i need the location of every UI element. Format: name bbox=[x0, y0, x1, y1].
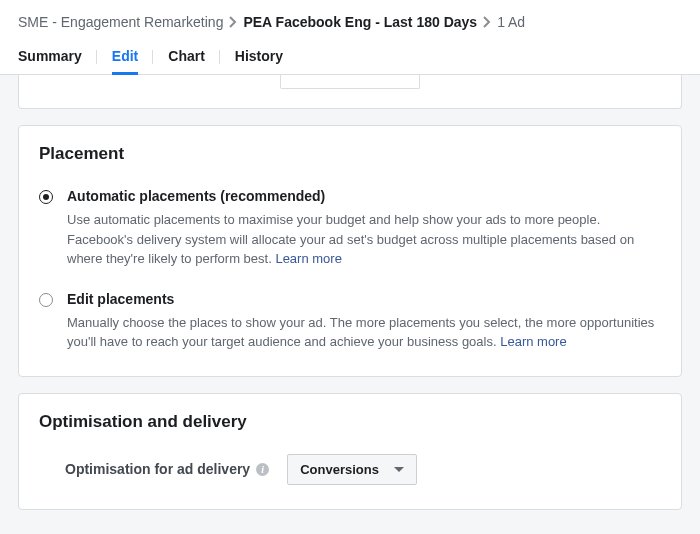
learn-more-link[interactable]: Learn more bbox=[275, 251, 341, 266]
chevron-right-icon bbox=[229, 16, 237, 28]
breadcrumb: SME - Engagement Remarketing PEA Faceboo… bbox=[18, 14, 682, 30]
optimisation-label: Optimisation for ad delivery i bbox=[65, 461, 269, 477]
placement-edit-title: Edit placements bbox=[67, 291, 661, 307]
placement-option-automatic[interactable]: Automatic placements (recommended) Use a… bbox=[39, 188, 661, 269]
previous-card-cutoff bbox=[18, 75, 682, 109]
info-icon[interactable]: i bbox=[256, 463, 269, 476]
tab-edit[interactable]: Edit bbox=[112, 40, 138, 74]
breadcrumb-tail[interactable]: 1 Ad bbox=[497, 14, 525, 30]
caret-down-icon bbox=[394, 467, 404, 472]
radio-edit[interactable] bbox=[39, 293, 53, 307]
placement-card: Placement Automatic placements (recommen… bbox=[18, 125, 682, 377]
tab-history[interactable]: History bbox=[235, 40, 283, 74]
optimisation-dropdown[interactable]: Conversions bbox=[287, 454, 417, 485]
breadcrumb-current[interactable]: PEA Facebook Eng - Last 180 Days bbox=[243, 14, 477, 30]
tab-summary[interactable]: Summary bbox=[18, 40, 82, 74]
optimisation-value: Conversions bbox=[300, 462, 379, 477]
optimisation-heading: Optimisation and delivery bbox=[39, 412, 661, 432]
learn-more-link[interactable]: Learn more bbox=[500, 334, 566, 349]
radio-automatic[interactable] bbox=[39, 190, 53, 204]
optimisation-delivery-card: Optimisation and delivery Optimisation f… bbox=[18, 393, 682, 510]
tabs: Summary Edit Chart History bbox=[18, 40, 682, 74]
chevron-right-icon bbox=[483, 16, 491, 28]
tab-chart[interactable]: Chart bbox=[168, 40, 205, 74]
placement-auto-desc: Use automatic placements to maximise you… bbox=[67, 210, 661, 269]
placement-heading: Placement bbox=[39, 144, 661, 164]
placement-auto-title: Automatic placements (recommended) bbox=[67, 188, 661, 204]
breadcrumb-root[interactable]: SME - Engagement Remarketing bbox=[18, 14, 223, 30]
placement-edit-desc: Manually choose the places to show your … bbox=[67, 313, 661, 352]
save-audience-button-cutoff[interactable] bbox=[280, 75, 420, 89]
placement-option-edit[interactable]: Edit placements Manually choose the plac… bbox=[39, 291, 661, 352]
